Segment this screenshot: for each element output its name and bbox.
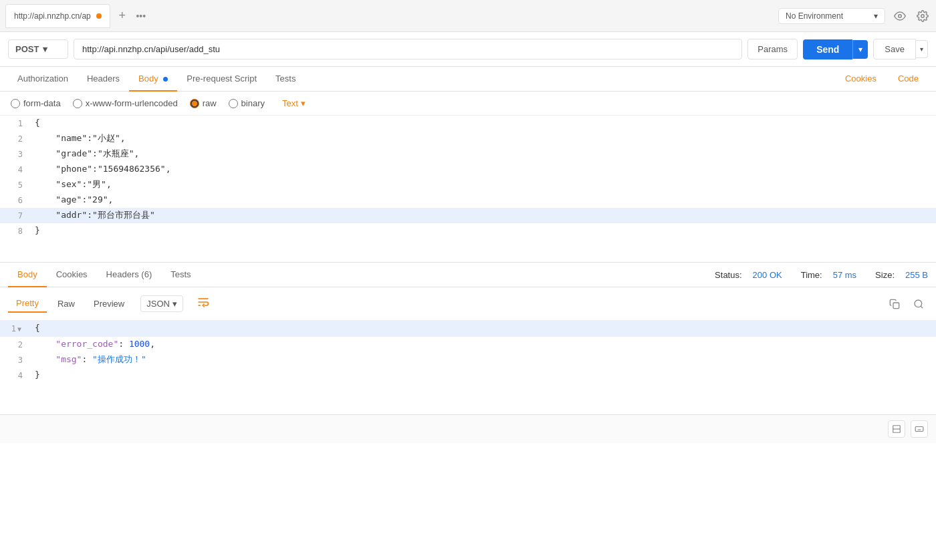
raw-radio[interactable] [190,99,199,108]
settings-icon[interactable] [915,8,931,24]
tab-bar: http://api.nnzhp.cn/ap + ••• No Environm… [0,0,936,32]
preview-tab[interactable]: Preview [86,295,132,312]
nav-tabs-right: Cookies Code [836,67,928,91]
raw-option[interactable]: raw [190,98,217,108]
url-input[interactable] [74,39,742,59]
time-value: 57 ms [833,270,856,280]
copy-button[interactable] [885,295,904,313]
send-button[interactable]: Send [803,39,852,59]
time-label: Time: [801,270,822,280]
bottom-bar [0,414,936,443]
line-number: 3 [0,352,32,368]
tab-body[interactable]: Body [129,67,177,92]
line-content: "age":"29", [32,192,936,207]
environment-select[interactable]: No Environment ▾ [778,8,885,24]
format-bar-right [885,295,928,313]
chevron-down-icon: ▾ [874,11,878,21]
urlencoded-radio[interactable] [73,99,82,108]
line-number: 4 [0,368,32,383]
request-code-line: 6 "age":"29", [0,192,936,208]
request-bar: POST ▾ Params Send ▾ Save ▾ [0,32,936,67]
tab-dot [96,13,102,19]
svg-point-5 [915,300,922,307]
collapse-chevron[interactable]: ▼ [16,325,23,333]
active-tab[interactable]: http://api.nnzhp.cn/ap [5,4,110,28]
response-tab-body[interactable]: Body [8,263,47,287]
form-data-option[interactable]: form-data [11,98,61,108]
search-button[interactable] [909,295,928,313]
line-content: { [32,321,936,335]
request-code-line: 3 "grade":"水瓶座", [0,146,936,162]
save-button-group: Save ▾ [873,39,928,59]
tab-pre-request-script[interactable]: Pre-request Script [177,67,266,92]
status-label: Status: [715,270,741,280]
binary-option[interactable]: binary [229,98,265,108]
tab-bar-right: No Environment ▾ [778,7,931,25]
json-chevron-icon: ▾ [172,299,177,309]
status-value: 200 OK [753,270,782,280]
text-type-dropdown[interactable]: Text ▾ [282,98,306,108]
urlencoded-option[interactable]: x-www-form-urlencoded [73,98,178,108]
request-body-editor[interactable]: 1{2 "name":"小赵",3 "grade":"水瓶座",4 "phone… [0,116,936,263]
keyboard-icon[interactable] [911,420,928,438]
form-data-radio[interactable] [11,99,20,108]
save-button[interactable]: Save [873,39,916,59]
request-code-line: 7 "addr":"邢台市邢台县" [0,208,936,223]
svg-rect-4 [893,303,899,309]
wrap-button[interactable] [191,293,215,315]
line-content: "name":"小赵", [32,131,936,146]
send-dropdown-button[interactable]: ▾ [852,40,868,59]
more-tabs-button[interactable]: ••• [132,7,150,25]
svg-point-0 [899,14,902,17]
response-meta: Status: 200 OK Time: 57 ms Size: 255 B [715,270,928,280]
eye-icon[interactable] [891,7,909,25]
tab-headers[interactable]: Headers [78,67,129,92]
response-tab-cookies[interactable]: Cookies [47,263,97,287]
line-number: 5 [0,177,32,192]
response-code-line: 4} [0,368,936,383]
method-chevron-icon: ▾ [43,44,47,54]
line-number: 6 [0,192,32,208]
tab-url-label: http://api.nnzhp.cn/ap [14,11,91,21]
request-code-line: 4 "phone":"15694862356", [0,162,936,177]
line-number: 3 [0,146,32,162]
request-code-line: 5 "sex":"男", [0,177,936,192]
response-code-line: 2 "error_code": 1000, [0,337,936,352]
line-content: "error_code": 1000, [32,337,936,352]
params-button[interactable]: Params [747,39,798,59]
request-code-line: 1{ [0,116,936,131]
line-content: "addr":"邢台市邢台县" [32,208,936,223]
line-content: "grade":"水瓶座", [32,146,936,161]
response-code-line: 3 "msg": "操作成功！" [0,352,936,368]
add-tab-button[interactable]: + [113,7,132,25]
size-value: 255 B [905,270,928,280]
binary-radio[interactable] [229,99,238,108]
line-number: 2 [0,337,32,352]
line-number: 4 [0,162,32,177]
response-tab-headers[interactable]: Headers (6) [97,263,162,287]
method-select[interactable]: POST ▾ [8,39,68,59]
send-button-group: Send ▾ [803,39,868,59]
layout-icon[interactable] [888,420,905,438]
format-bar: Pretty Raw Preview JSON ▾ [0,287,936,321]
method-label: POST [15,44,39,54]
line-number: 2 [0,131,32,146]
line-content: } [32,368,936,382]
raw-tab[interactable]: Raw [49,295,83,312]
line-number: 1 [0,116,32,131]
tab-cookies[interactable]: Cookies [836,67,886,92]
save-dropdown-button[interactable]: ▾ [916,40,928,58]
tab-code[interactable]: Code [889,67,928,92]
text-dropdown-chevron-icon: ▾ [301,98,306,108]
request-nav-tabs: Authorization Headers Body Pre-request S… [0,67,936,92]
line-content: "phone":"15694862356", [32,162,936,176]
response-tab-tests[interactable]: Tests [161,263,200,287]
pretty-tab[interactable]: Pretty [8,295,47,313]
line-number: 1▼ [0,321,32,337]
json-format-select[interactable]: JSON ▾ [140,295,183,312]
response-tabs-bar: Body Cookies Headers (6) Tests Status: 2… [0,263,936,287]
tab-tests[interactable]: Tests [266,67,305,92]
tab-authorization[interactable]: Authorization [8,67,78,92]
line-content: "sex":"男", [32,177,936,192]
request-code-line: 2 "name":"小赵", [0,131,936,146]
